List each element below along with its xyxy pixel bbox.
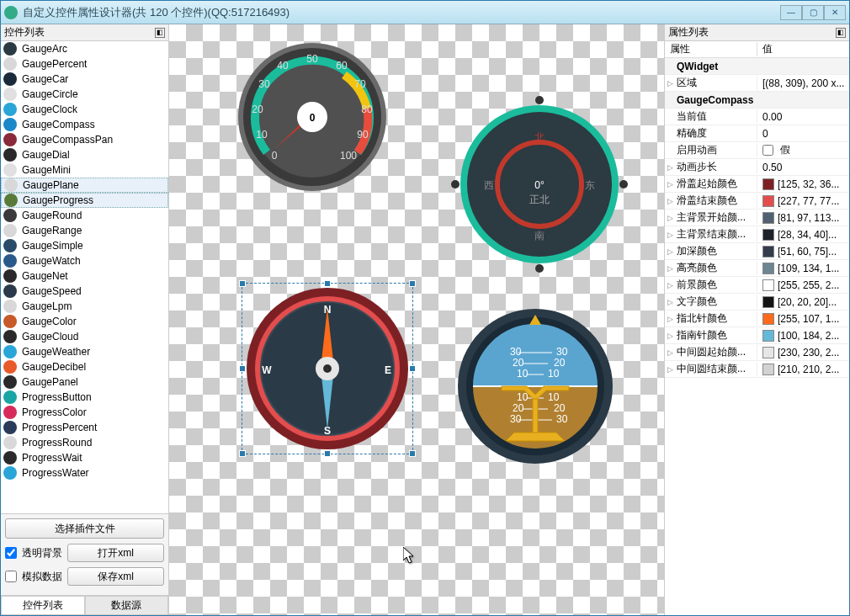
- property-row[interactable]: ▷加深颜色[51, 60, 75]...: [665, 243, 849, 260]
- property-row[interactable]: ▷动画步长0.50: [665, 159, 849, 176]
- control-item-gaugelpm[interactable]: GaugeLpm: [1, 299, 168, 314]
- expander-icon[interactable]: ▷: [665, 298, 675, 306]
- property-row[interactable]: 当前值0.00: [665, 109, 849, 125]
- gauge-compass-needle[interactable]: N S E W o: [243, 284, 412, 455]
- expander-icon[interactable]: ▷: [665, 281, 675, 289]
- property-row[interactable]: ▷指南针颜色[100, 184, 2...: [665, 327, 849, 344]
- control-item-gaugeweather[interactable]: GaugeWeather: [1, 344, 168, 359]
- property-row[interactable]: ▷前景颜色[255, 255, 2...: [665, 277, 849, 294]
- expander-icon[interactable]: ▷: [665, 365, 675, 374]
- expander-icon[interactable]: ▷: [665, 214, 675, 222]
- expander-icon[interactable]: ▷: [665, 180, 675, 189]
- control-item-gaugecolor[interactable]: GaugeColor: [1, 314, 168, 329]
- property-value[interactable]: [210, 210, 2...: [757, 364, 849, 375]
- expander-icon[interactable]: ▷: [665, 197, 675, 205]
- property-value[interactable]: [255, 107, 1...: [757, 313, 849, 325]
- property-value[interactable]: 假: [757, 143, 849, 157]
- minimize-button[interactable]: —: [780, 5, 802, 20]
- expander-icon[interactable]: ▷: [665, 332, 675, 340]
- property-row[interactable]: ▷高亮颜色[109, 134, 1...: [665, 260, 849, 277]
- control-item-progresspercent[interactable]: ProgressPercent: [1, 420, 168, 435]
- control-item-gaugecloud[interactable]: GaugeCloud: [1, 329, 168, 344]
- control-item-progressbutton[interactable]: ProgressButton: [1, 390, 168, 405]
- maximize-button[interactable]: ▢: [802, 5, 824, 20]
- gauge-attitude[interactable]: 3030 2020 1010 1010 2020 3030: [455, 306, 615, 469]
- undock-icon[interactable]: ◧: [155, 28, 165, 38]
- property-value[interactable]: [28, 34, 40]...: [757, 229, 849, 241]
- property-row[interactable]: ▷指北针颜色[255, 107, 1...: [665, 311, 849, 327]
- close-button[interactable]: ✕: [824, 5, 846, 20]
- property-row[interactable]: 启用动画假: [665, 142, 849, 159]
- control-item-gaugedecibel[interactable]: GaugeDecibel: [1, 359, 168, 374]
- control-item-gaugeplane[interactable]: GaugePlane: [1, 178, 168, 193]
- property-value[interactable]: 0.50: [757, 162, 849, 173]
- property-row[interactable]: ▷文字颜色[20, 20, 20]...: [665, 294, 849, 311]
- property-value[interactable]: [81, 97, 113...: [757, 212, 849, 224]
- property-row[interactable]: 精确度0: [665, 125, 849, 142]
- property-value[interactable]: [230, 230, 2...: [757, 347, 849, 358]
- control-item-gaugecompasspan[interactable]: GaugeCompassPan: [1, 132, 168, 147]
- col-property: 属性: [665, 42, 757, 56]
- control-item-gaugenet[interactable]: GaugeNet: [1, 268, 168, 284]
- control-item-progresscolor[interactable]: ProgressColor: [1, 405, 168, 420]
- property-row[interactable]: ▷区域[(88, 309), 200 x...: [665, 75, 849, 92]
- control-item-gaugedial[interactable]: GaugeDial: [1, 147, 168, 162]
- property-value[interactable]: [109, 134, 1...: [757, 263, 849, 274]
- property-row[interactable]: ▷主背景结束颜...[28, 34, 40]...: [665, 226, 849, 243]
- gauge-speedometer[interactable]: 010 2030 4050 6070 8090 100 0: [236, 41, 388, 195]
- titlebar[interactable]: 自定义控件属性设计器(共 120 个控件)(QQ:517216493) — ▢ …: [1, 1, 849, 24]
- gauge-compass-digital[interactable]: 北 南 东 西 0° 正北: [455, 100, 624, 271]
- property-value[interactable]: [51, 60, 75]...: [757, 246, 849, 258]
- simulate-data-checkbox[interactable]: [5, 571, 17, 582]
- expander-icon[interactable]: ▷: [665, 264, 675, 273]
- control-item-gaugesimple[interactable]: GaugeSimple: [1, 238, 168, 253]
- control-item-progresswait[interactable]: ProgressWait: [1, 450, 168, 465]
- control-item-gaugepercent[interactable]: GaugePercent: [1, 56, 168, 72]
- property-row[interactable]: ▷滑盖起始颜色[125, 32, 36...: [665, 176, 849, 193]
- control-item-gaugeround[interactable]: GaugeRound: [1, 208, 168, 223]
- expander-icon[interactable]: ▷: [665, 231, 675, 239]
- control-item-gaugeprogress[interactable]: GaugeProgress: [1, 193, 168, 208]
- property-value[interactable]: 0: [757, 128, 849, 140]
- control-list[interactable]: GaugeArcGaugePercentGaugeCarGaugeCircleG…: [1, 41, 168, 513]
- control-item-gaugearc[interactable]: GaugeArc: [1, 41, 168, 56]
- design-canvas[interactable]: 010 2030 4050 6070 8090 100 0: [169, 24, 664, 615]
- control-item-gaugeclock[interactable]: GaugeClock: [1, 102, 168, 117]
- control-item-gaugepanel[interactable]: GaugePanel: [1, 374, 168, 390]
- control-item-gaugecircle[interactable]: GaugeCircle: [1, 87, 168, 102]
- control-item-gaugecar[interactable]: GaugeCar: [1, 72, 168, 87]
- property-row[interactable]: ▷中间圆结束颜...[210, 210, 2...: [665, 361, 849, 378]
- save-xml-button[interactable]: 保存xml: [67, 567, 164, 586]
- transparent-bg-checkbox[interactable]: [5, 547, 17, 559]
- control-item-gaugewatch[interactable]: GaugeWatch: [1, 253, 168, 268]
- property-row[interactable]: ▷中间圆起始颜...[230, 230, 2...: [665, 344, 849, 361]
- tab-controls[interactable]: 控件列表: [1, 596, 85, 615]
- expander-icon[interactable]: ▷: [665, 163, 675, 172]
- expander-icon[interactable]: ▷: [665, 348, 675, 357]
- property-value[interactable]: [255, 255, 2...: [757, 279, 849, 291]
- property-value[interactable]: [100, 184, 2...: [757, 330, 849, 342]
- select-plugin-button[interactable]: 选择插件文件: [5, 518, 164, 539]
- control-item-gaugerange[interactable]: GaugeRange: [1, 223, 168, 238]
- property-row[interactable]: ▷主背景开始颜...[81, 97, 113...: [665, 210, 849, 226]
- control-icon: [3, 103, 17, 116]
- property-value[interactable]: 0.00: [757, 111, 849, 123]
- control-item-progressround[interactable]: ProgressRound: [1, 435, 168, 450]
- property-checkbox[interactable]: [762, 145, 773, 156]
- svg-text:20: 20: [513, 357, 524, 369]
- open-xml-button[interactable]: 打开xml: [67, 544, 164, 562]
- property-value[interactable]: [(88, 309), 200 x...: [757, 77, 849, 89]
- control-item-gaugemini[interactable]: GaugeMini: [1, 162, 168, 178]
- property-value[interactable]: [125, 32, 36...: [757, 178, 849, 190]
- undock-icon[interactable]: ◧: [836, 28, 846, 38]
- property-row[interactable]: ▷滑盖结束颜色[227, 77, 77...: [665, 193, 849, 210]
- tab-datasource[interactable]: 数据源: [85, 596, 169, 615]
- control-item-gaugespeed[interactable]: GaugeSpeed: [1, 284, 168, 299]
- property-value[interactable]: [227, 77, 77...: [757, 195, 849, 207]
- expander-icon[interactable]: ▷: [665, 315, 675, 323]
- property-value[interactable]: [20, 20, 20]...: [757, 296, 849, 308]
- expander-icon[interactable]: ▷: [665, 247, 675, 256]
- control-item-gaugecompass[interactable]: GaugeCompass: [1, 117, 168, 132]
- control-item-progresswater[interactable]: ProgressWater: [1, 465, 168, 481]
- expander-icon[interactable]: ▷: [665, 79, 675, 88]
